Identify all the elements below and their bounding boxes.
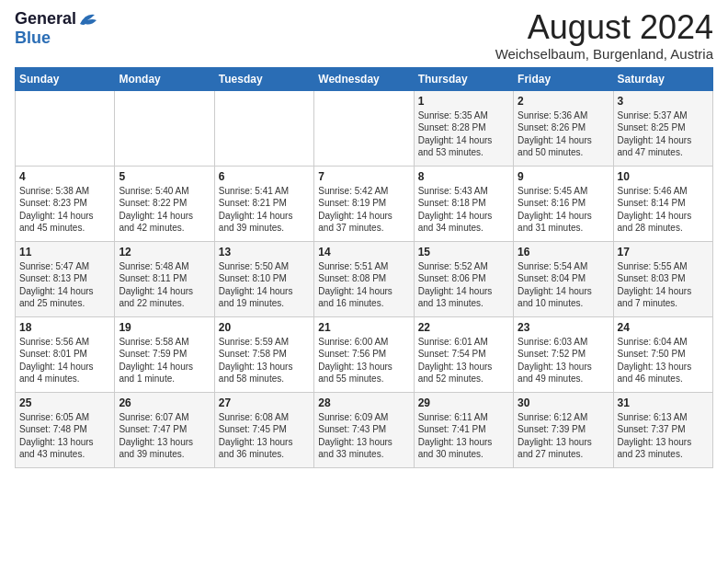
day-cell: 11Sunrise: 5:47 AMSunset: 8:13 PMDayligh… bbox=[16, 241, 115, 316]
day-info: Sunrise: 6:03 AMSunset: 7:52 PMDaylight:… bbox=[518, 336, 609, 385]
day-number: 14 bbox=[318, 246, 409, 259]
day-info: Sunrise: 6:09 AMSunset: 7:43 PMDaylight:… bbox=[318, 411, 409, 461]
day-info: Sunrise: 5:43 AMSunset: 8:18 PMDaylight:… bbox=[418, 185, 509, 235]
day-cell: 24Sunrise: 6:04 AMSunset: 7:50 PMDayligh… bbox=[613, 316, 712, 392]
week-row-4: 18Sunrise: 5:56 AMSunset: 8:01 PMDayligh… bbox=[16, 316, 713, 392]
day-cell: 30Sunrise: 6:12 AMSunset: 7:39 PMDayligh… bbox=[514, 392, 613, 467]
day-info: Sunrise: 5:47 AMSunset: 8:13 PMDaylight:… bbox=[19, 260, 110, 310]
col-sunday: Sunday bbox=[16, 67, 115, 90]
day-info: Sunrise: 6:01 AMSunset: 7:54 PMDaylight:… bbox=[418, 336, 509, 385]
day-number: 15 bbox=[418, 246, 509, 259]
day-info: Sunrise: 5:37 AMSunset: 8:25 PMDaylight:… bbox=[618, 109, 709, 159]
day-info: Sunrise: 5:48 AMSunset: 8:11 PMDaylight:… bbox=[119, 260, 210, 310]
week-row-1: 1Sunrise: 5:35 AMSunset: 8:28 PMDaylight… bbox=[16, 90, 713, 166]
day-cell: 26Sunrise: 6:07 AMSunset: 7:47 PMDayligh… bbox=[115, 392, 214, 467]
week-row-5: 25Sunrise: 6:05 AMSunset: 7:48 PMDayligh… bbox=[16, 392, 713, 467]
day-info: Sunrise: 5:50 AMSunset: 8:10 PMDaylight:… bbox=[219, 260, 310, 310]
day-cell bbox=[214, 90, 313, 166]
day-cell: 2Sunrise: 5:36 AMSunset: 8:26 PMDaylight… bbox=[514, 90, 613, 166]
day-number: 11 bbox=[19, 246, 110, 259]
day-cell bbox=[314, 90, 414, 166]
day-cell: 4Sunrise: 5:38 AMSunset: 8:23 PMDaylight… bbox=[16, 166, 115, 241]
day-cell: 8Sunrise: 5:43 AMSunset: 8:18 PMDaylight… bbox=[414, 166, 513, 241]
day-cell: 29Sunrise: 6:11 AMSunset: 7:41 PMDayligh… bbox=[414, 392, 513, 467]
day-info: Sunrise: 6:04 AMSunset: 7:50 PMDaylight:… bbox=[618, 336, 709, 385]
day-number: 30 bbox=[518, 396, 609, 409]
month-title: August 2024 bbox=[495, 9, 713, 46]
day-cell: 27Sunrise: 6:08 AMSunset: 7:45 PMDayligh… bbox=[214, 392, 313, 467]
day-number: 26 bbox=[119, 396, 210, 409]
logo: General Blue bbox=[15, 9, 98, 48]
day-number: 17 bbox=[618, 246, 709, 259]
day-cell: 17Sunrise: 5:55 AMSunset: 8:03 PMDayligh… bbox=[613, 241, 712, 316]
day-number: 22 bbox=[418, 321, 509, 334]
col-thursday: Thursday bbox=[414, 67, 513, 90]
day-cell: 31Sunrise: 6:13 AMSunset: 7:37 PMDayligh… bbox=[613, 392, 712, 467]
day-info: Sunrise: 5:38 AMSunset: 8:23 PMDaylight:… bbox=[19, 185, 110, 235]
day-info: Sunrise: 5:58 AMSunset: 7:59 PMDaylight:… bbox=[119, 336, 210, 385]
day-info: Sunrise: 6:05 AMSunset: 7:48 PMDaylight:… bbox=[19, 411, 110, 461]
day-info: Sunrise: 5:59 AMSunset: 7:58 PMDaylight:… bbox=[219, 336, 310, 385]
day-number: 29 bbox=[418, 396, 509, 409]
calendar-table: Sunday Monday Tuesday Wednesday Thursday… bbox=[15, 67, 713, 468]
day-number: 2 bbox=[518, 95, 609, 108]
day-number: 31 bbox=[618, 396, 709, 409]
day-info: Sunrise: 5:41 AMSunset: 8:21 PMDaylight:… bbox=[219, 185, 310, 235]
day-cell: 15Sunrise: 5:52 AMSunset: 8:06 PMDayligh… bbox=[414, 241, 513, 316]
day-info: Sunrise: 5:55 AMSunset: 8:03 PMDaylight:… bbox=[618, 260, 709, 310]
day-cell: 10Sunrise: 5:46 AMSunset: 8:14 PMDayligh… bbox=[613, 166, 712, 241]
day-cell: 23Sunrise: 6:03 AMSunset: 7:52 PMDayligh… bbox=[514, 316, 613, 392]
day-info: Sunrise: 5:40 AMSunset: 8:22 PMDaylight:… bbox=[119, 185, 210, 235]
logo-bird-icon bbox=[78, 11, 98, 28]
day-info: Sunrise: 5:45 AMSunset: 8:16 PMDaylight:… bbox=[518, 185, 609, 235]
day-cell: 28Sunrise: 6:09 AMSunset: 7:43 PMDayligh… bbox=[314, 392, 414, 467]
day-number: 21 bbox=[318, 321, 409, 334]
day-number: 8 bbox=[418, 170, 509, 183]
day-number: 23 bbox=[518, 321, 609, 334]
day-info: Sunrise: 5:46 AMSunset: 8:14 PMDaylight:… bbox=[618, 185, 709, 235]
day-cell: 19Sunrise: 5:58 AMSunset: 7:59 PMDayligh… bbox=[115, 316, 214, 392]
day-info: Sunrise: 5:51 AMSunset: 8:08 PMDaylight:… bbox=[318, 260, 409, 310]
day-number: 28 bbox=[318, 396, 409, 409]
day-info: Sunrise: 6:08 AMSunset: 7:45 PMDaylight:… bbox=[219, 411, 310, 461]
day-info: Sunrise: 6:11 AMSunset: 7:41 PMDaylight:… bbox=[418, 411, 509, 461]
location-title: Weichselbaum, Burgenland, Austria bbox=[495, 46, 713, 62]
col-tuesday: Tuesday bbox=[214, 67, 313, 90]
logo-general-text: General bbox=[15, 9, 76, 29]
day-number: 12 bbox=[119, 246, 210, 259]
day-cell: 12Sunrise: 5:48 AMSunset: 8:11 PMDayligh… bbox=[115, 241, 214, 316]
day-number: 24 bbox=[618, 321, 709, 334]
day-number: 19 bbox=[119, 321, 210, 334]
day-info: Sunrise: 6:12 AMSunset: 7:39 PMDaylight:… bbox=[518, 411, 609, 461]
day-cell: 25Sunrise: 6:05 AMSunset: 7:48 PMDayligh… bbox=[16, 392, 115, 467]
week-row-3: 11Sunrise: 5:47 AMSunset: 8:13 PMDayligh… bbox=[16, 241, 713, 316]
day-cell: 7Sunrise: 5:42 AMSunset: 8:19 PMDaylight… bbox=[314, 166, 414, 241]
day-cell: 16Sunrise: 5:54 AMSunset: 8:04 PMDayligh… bbox=[514, 241, 613, 316]
day-number: 6 bbox=[219, 170, 310, 183]
logo-blue-text: Blue bbox=[15, 29, 51, 47]
day-number: 5 bbox=[119, 170, 210, 183]
header: General Blue August 2024 Weichselbaum, B… bbox=[15, 9, 713, 62]
day-info: Sunrise: 5:35 AMSunset: 8:28 PMDaylight:… bbox=[418, 109, 509, 159]
day-cell: 20Sunrise: 5:59 AMSunset: 7:58 PMDayligh… bbox=[214, 316, 313, 392]
day-cell: 18Sunrise: 5:56 AMSunset: 8:01 PMDayligh… bbox=[16, 316, 115, 392]
day-number: 4 bbox=[19, 170, 110, 183]
day-number: 27 bbox=[219, 396, 310, 409]
col-monday: Monday bbox=[115, 67, 214, 90]
day-cell: 3Sunrise: 5:37 AMSunset: 8:25 PMDaylight… bbox=[613, 90, 712, 166]
day-cell: 13Sunrise: 5:50 AMSunset: 8:10 PMDayligh… bbox=[214, 241, 313, 316]
day-info: Sunrise: 5:52 AMSunset: 8:06 PMDaylight:… bbox=[418, 260, 509, 310]
day-number: 13 bbox=[219, 246, 310, 259]
day-info: Sunrise: 5:36 AMSunset: 8:26 PMDaylight:… bbox=[518, 109, 609, 159]
page: General Blue August 2024 Weichselbaum, B… bbox=[0, 0, 728, 563]
day-cell: 21Sunrise: 6:00 AMSunset: 7:56 PMDayligh… bbox=[314, 316, 414, 392]
day-number: 10 bbox=[618, 170, 709, 183]
day-number: 3 bbox=[618, 95, 709, 108]
day-number: 16 bbox=[518, 246, 609, 259]
day-info: Sunrise: 6:13 AMSunset: 7:37 PMDaylight:… bbox=[618, 411, 709, 461]
day-info: Sunrise: 5:56 AMSunset: 8:01 PMDaylight:… bbox=[19, 336, 110, 385]
day-info: Sunrise: 5:42 AMSunset: 8:19 PMDaylight:… bbox=[318, 185, 409, 235]
day-cell bbox=[16, 90, 115, 166]
day-cell: 5Sunrise: 5:40 AMSunset: 8:22 PMDaylight… bbox=[115, 166, 214, 241]
day-info: Sunrise: 6:07 AMSunset: 7:47 PMDaylight:… bbox=[119, 411, 210, 461]
